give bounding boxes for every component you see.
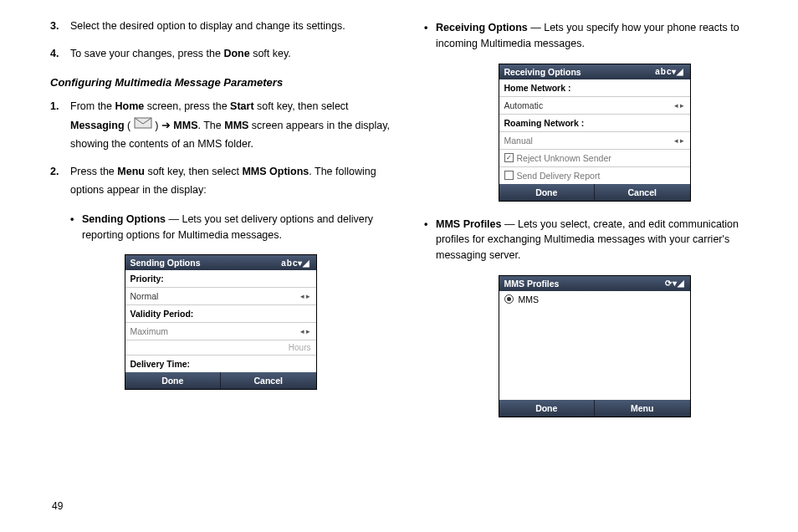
bold-messaging: Messaging xyxy=(70,120,125,131)
bold-receiving: Receiving Options xyxy=(436,22,528,33)
step-2: 2. Press the Menu soft key, then select … xyxy=(50,162,391,200)
list-item-4: 4. To save your changes, press the Done … xyxy=(50,44,391,64)
priority-label: Priority: xyxy=(125,270,316,288)
hours-label: Hours xyxy=(125,340,316,356)
bullet-receiving-options: • Receiving Options — Lets you specify h… xyxy=(424,20,765,52)
checkbox-unchecked-icon xyxy=(504,171,514,180)
left-right-arrows-icon: ◂ ▸ xyxy=(674,136,685,145)
dash: — xyxy=(166,213,182,225)
bold-home: Home xyxy=(115,100,145,112)
bullet-text: MMS Profiles — Lets you select, create, … xyxy=(436,217,765,263)
arrow-icon: ➔ xyxy=(161,120,171,131)
screenshot-mms-profiles: MMS Profiles ⟳▾◢ MMS Done Menu xyxy=(499,275,691,417)
t: soft key, then select xyxy=(254,100,349,112)
bullet-icon: • xyxy=(424,217,436,263)
body: Home Network : Automatic ◂ ▸ Roaming Net… xyxy=(499,79,690,184)
title: MMS Profiles xyxy=(504,279,560,289)
t: ( xyxy=(125,120,134,131)
label: MMS xyxy=(519,294,540,304)
status-icons: ⟳▾◢ xyxy=(665,279,685,288)
list-number: 3. xyxy=(50,17,70,36)
priority-select[interactable]: Normal ◂ ▸ xyxy=(125,288,316,305)
value: Normal xyxy=(130,291,159,301)
list-number: 4. xyxy=(50,44,70,64)
profile-mms-radio[interactable]: MMS xyxy=(499,291,690,308)
softkey-bar: Done Cancel xyxy=(499,184,690,201)
t: . The xyxy=(197,120,224,131)
bullet-text: Receiving Options — Lets you specify how… xyxy=(436,20,765,52)
label: Reject Unknown Sender xyxy=(517,153,611,163)
bold-profiles: MMS Profiles xyxy=(436,218,502,230)
bullet-icon: • xyxy=(70,212,82,243)
list-text: Select the desired option to display and… xyxy=(70,17,391,36)
reject-unknown-checkbox-row[interactable]: ✓ Reject Unknown Sender xyxy=(499,150,690,167)
checkbox-checked-icon: ✓ xyxy=(504,153,514,162)
t: ) xyxy=(152,120,161,131)
dash: — xyxy=(502,218,518,230)
dash: — xyxy=(528,22,544,33)
done-softkey[interactable]: Done xyxy=(499,184,596,201)
text: soft key. xyxy=(250,48,291,59)
bullet-icon: • xyxy=(424,20,436,52)
radio-selected-icon xyxy=(504,294,514,304)
t: soft key, then select xyxy=(145,166,243,177)
cancel-softkey[interactable]: Cancel xyxy=(595,184,690,201)
value: Maximum xyxy=(130,326,169,336)
t: From the xyxy=(70,100,115,112)
step-1: 1. From the Home screen, press the Start… xyxy=(50,97,391,154)
bullet-text: Sending Options — Lets you set delivery … xyxy=(82,212,391,243)
left-right-arrows-icon: ◂ ▸ xyxy=(300,292,311,300)
home-network-label: Home Network : xyxy=(499,79,690,97)
title: Sending Options xyxy=(130,258,201,268)
list-number: 1. xyxy=(50,97,70,154)
page-container: 3. Select the desired option to display … xyxy=(0,0,798,532)
titlebar: Sending Options abc▾◢ xyxy=(125,255,316,270)
send-delivery-report-checkbox-row[interactable]: Send Delivery Report xyxy=(499,167,690,184)
softkey-bar: Done Menu xyxy=(499,400,690,417)
value: Automatic xyxy=(504,100,544,110)
bold-menu: Menu xyxy=(117,166,145,177)
t: screen, press the xyxy=(144,100,230,112)
roaming-network-select[interactable]: Manual ◂ ▸ xyxy=(499,132,690,150)
screenshot-sending-options: Sending Options abc▾◢ Priority: Normal ◂… xyxy=(125,254,317,390)
validity-select[interactable]: Maximum ◂ ▸ xyxy=(125,323,316,340)
bold-mmsoptions: MMS Options xyxy=(242,166,309,177)
bullet-mms-profiles: • MMS Profiles — Lets you select, create… xyxy=(424,217,765,263)
label: Send Delivery Report xyxy=(517,171,601,181)
list-text: To save your changes, press the Done sof… xyxy=(70,44,391,64)
home-network-select[interactable]: Automatic ◂ ▸ xyxy=(499,97,690,115)
bold-mms: MMS xyxy=(224,120,248,131)
bold-start: Start xyxy=(230,100,253,112)
status-icons: abc▾◢ xyxy=(281,258,310,268)
done-softkey[interactable]: Done xyxy=(125,372,222,389)
envelope-icon xyxy=(134,116,152,136)
validity-label: Validity Period: xyxy=(125,305,316,323)
left-column: 3. Select the desired option to display … xyxy=(50,17,391,524)
t: Press the xyxy=(70,166,117,177)
screenshot-receiving-options: Receiving Options abc▾◢ Home Network : A… xyxy=(499,64,691,202)
left-right-arrows-icon: ◂ ▸ xyxy=(674,101,685,110)
cancel-softkey[interactable]: Cancel xyxy=(221,372,316,389)
right-column: • Receiving Options — Lets you specify h… xyxy=(424,17,765,524)
bullet-sending-options: • Sending Options — Lets you set deliver… xyxy=(70,212,391,243)
section-heading: Configuring Multimedia Message Parameter… xyxy=(50,76,391,89)
bold-mms: MMS xyxy=(173,120,197,131)
bold-sending: Sending Options xyxy=(82,213,166,225)
delivery-time-label: Delivery Time: xyxy=(125,356,316,372)
menu-softkey[interactable]: Menu xyxy=(595,400,690,417)
title: Receiving Options xyxy=(504,67,581,77)
softkey-bar: Done Cancel xyxy=(125,372,316,389)
titlebar: MMS Profiles ⟳▾◢ xyxy=(499,276,690,291)
text: To save your changes, press the xyxy=(70,48,223,59)
bold-done: Done xyxy=(223,48,249,59)
done-softkey[interactable]: Done xyxy=(499,400,596,417)
body: MMS xyxy=(499,291,690,400)
left-right-arrows-icon: ◂ ▸ xyxy=(300,327,311,335)
list-item-3: 3. Select the desired option to display … xyxy=(50,17,391,36)
list-text: From the Home screen, press the Start so… xyxy=(70,97,391,154)
status-icons: abc▾◢ xyxy=(655,67,684,76)
roaming-network-label: Roaming Network : xyxy=(499,115,690,132)
value: Manual xyxy=(504,136,533,146)
list-number: 2. xyxy=(50,162,70,200)
page-number: 49 xyxy=(52,500,63,512)
